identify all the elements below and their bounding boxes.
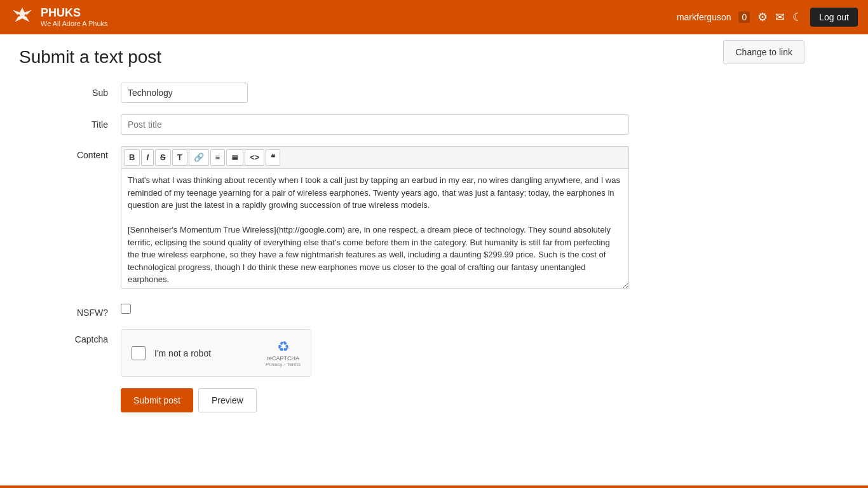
preview-button[interactable]: Preview xyxy=(198,388,257,412)
sub-field-container xyxy=(121,83,629,103)
link-button[interactable]: 🔗 xyxy=(189,149,209,166)
recaptcha-icon: ♻ xyxy=(266,339,301,355)
nsfw-label: NSFW? xyxy=(19,302,121,318)
recaptcha-logo: ♻ reCAPTCHA Privacy - Terms xyxy=(266,339,301,367)
sub-input[interactable] xyxy=(121,83,248,103)
site-name: PHUKS xyxy=(41,7,108,20)
quote-button[interactable]: ❝ xyxy=(266,149,280,166)
recaptcha-terms: Privacy - Terms xyxy=(266,362,301,367)
main-content: Submit a text post Sub Title Content B I… xyxy=(0,34,763,425)
title-label: Title xyxy=(19,114,121,130)
captcha-field-container: I'm not a robot ♻ reCAPTCHA Privacy - Te… xyxy=(121,329,629,377)
editor-toolbar: B I S T 🔗 ≡ ≣ <> ❝ xyxy=(121,146,629,168)
submit-post-button[interactable]: Submit post xyxy=(121,388,193,412)
title-input[interactable] xyxy=(121,114,629,135)
dark-mode-icon[interactable]: ☾ xyxy=(792,10,803,24)
code-inline-button[interactable]: T xyxy=(172,149,187,166)
site-text: PHUKS We All Adore A Phuks xyxy=(41,7,108,27)
captcha-text: I'm not a robot xyxy=(154,348,211,358)
sub-label: Sub xyxy=(19,83,121,98)
title-field-container xyxy=(121,114,629,135)
captcha-checkbox[interactable] xyxy=(132,346,146,360)
code-block-button[interactable]: <> xyxy=(245,149,264,166)
svg-marker-0 xyxy=(13,8,32,22)
title-row: Title xyxy=(19,114,743,135)
header: PHUKS We All Adore A Phuks markferguson … xyxy=(0,0,868,34)
mail-icon[interactable]: ✉ xyxy=(775,10,785,24)
content-label: Content xyxy=(19,146,121,160)
page-title: Submit a text post xyxy=(19,47,743,67)
nsfw-field-container xyxy=(121,302,629,316)
captcha-label: Captcha xyxy=(19,329,121,344)
sub-row: Sub xyxy=(19,83,743,103)
change-to-link-button[interactable]: Change to link xyxy=(723,40,804,64)
recaptcha-brand: reCAPTCHA xyxy=(266,355,301,362)
bold-button[interactable]: B xyxy=(124,149,140,166)
captcha-row: Captcha I'm not a robot ♻ reCAPTCHA Priv… xyxy=(19,329,743,377)
nsfw-checkbox[interactable] xyxy=(121,304,131,314)
content-textarea[interactable] xyxy=(121,168,629,289)
content-row: Content B I S T 🔗 ≡ ≣ <> ❝ xyxy=(19,146,743,291)
site-tagline: We All Adore A Phuks xyxy=(41,20,108,27)
italic-button[interactable]: I xyxy=(141,149,154,166)
svg-point-1 xyxy=(17,14,20,17)
site-logo xyxy=(10,5,34,29)
nsfw-row: NSFW? xyxy=(19,302,743,318)
logout-button[interactable]: Log out xyxy=(810,8,858,27)
settings-icon[interactable]: ⚙ xyxy=(757,10,768,24)
svg-point-2 xyxy=(25,14,27,17)
strikethrough-button[interactable]: S xyxy=(155,149,171,166)
user-score: 0 xyxy=(738,11,750,23)
logo-area: PHUKS We All Adore A Phuks xyxy=(10,5,108,29)
content-field-container: B I S T 🔗 ≡ ≣ <> ❝ xyxy=(121,146,629,291)
username: markferguson xyxy=(677,12,731,22)
captcha-widget: I'm not a robot ♻ reCAPTCHA Privacy - Te… xyxy=(121,329,311,377)
list-unordered-button[interactable]: ≡ xyxy=(210,149,226,166)
submit-row: Submit post Preview xyxy=(121,388,743,412)
header-right: markferguson 0 ⚙ ✉ ☾ Log out xyxy=(677,8,858,27)
list-ordered-button[interactable]: ≣ xyxy=(226,149,243,166)
